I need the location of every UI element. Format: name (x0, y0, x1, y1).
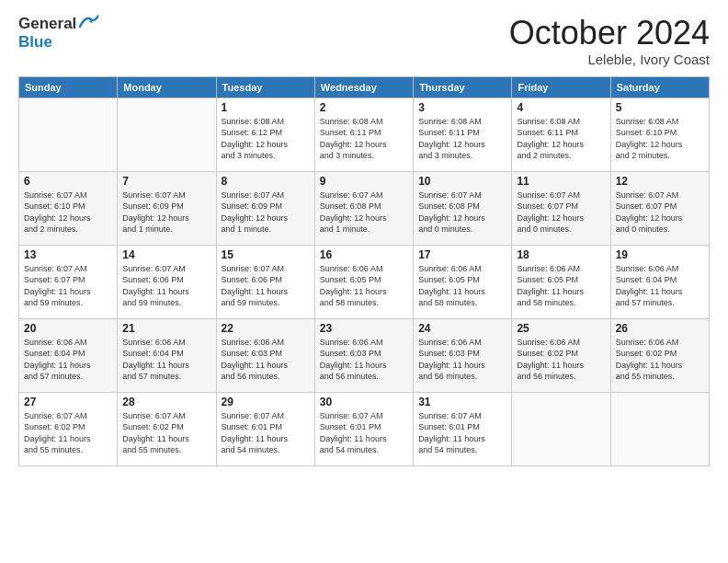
header: General Blue October 2024 Leleble, Ivory… (18, 15, 710, 67)
calendar-cell: 13Sunrise: 6:07 AM Sunset: 6:07 PM Dayli… (19, 245, 118, 318)
day-number: 2 (320, 101, 408, 114)
calendar-cell: 20Sunrise: 6:06 AM Sunset: 6:04 PM Dayli… (19, 318, 118, 392)
logo-general-text: General (18, 15, 76, 33)
day-number: 11 (517, 175, 605, 188)
day-info: Sunrise: 6:08 AM Sunset: 6:11 PM Dayligh… (320, 116, 408, 162)
calendar-cell (19, 98, 118, 171)
day-number: 22 (222, 322, 310, 335)
calendar-header-friday: Friday (512, 76, 610, 98)
day-number: 20 (24, 322, 112, 335)
calendar-cell: 7Sunrise: 6:07 AM Sunset: 6:09 PM Daylig… (118, 171, 216, 245)
calendar-cell: 18Sunrise: 6:06 AM Sunset: 6:05 PM Dayli… (512, 245, 610, 318)
day-number: 5 (616, 101, 704, 114)
day-info: Sunrise: 6:07 AM Sunset: 6:06 PM Dayligh… (222, 263, 310, 309)
day-info: Sunrise: 6:06 AM Sunset: 6:03 PM Dayligh… (222, 337, 310, 383)
day-info: Sunrise: 6:07 AM Sunset: 6:01 PM Dayligh… (320, 410, 408, 456)
calendar-header-thursday: Thursday (414, 76, 512, 98)
calendar-cell: 24Sunrise: 6:06 AM Sunset: 6:03 PM Dayli… (414, 318, 512, 392)
day-info: Sunrise: 6:07 AM Sunset: 6:07 PM Dayligh… (616, 190, 704, 236)
day-number: 29 (222, 396, 310, 408)
calendar-cell: 2Sunrise: 6:08 AM Sunset: 6:11 PM Daylig… (314, 98, 413, 171)
day-number: 25 (517, 322, 605, 335)
day-info: Sunrise: 6:07 AM Sunset: 6:01 PM Dayligh… (222, 410, 310, 456)
day-number: 16 (320, 248, 408, 261)
day-info: Sunrise: 6:06 AM Sunset: 6:05 PM Dayligh… (320, 263, 408, 309)
day-info: Sunrise: 6:07 AM Sunset: 6:09 PM Dayligh… (122, 190, 210, 236)
calendar-week-3: 13Sunrise: 6:07 AM Sunset: 6:07 PM Dayli… (19, 245, 710, 318)
calendar-cell (118, 98, 216, 171)
calendar-cell: 19Sunrise: 6:06 AM Sunset: 6:04 PM Dayli… (610, 245, 709, 318)
calendar-week-5: 27Sunrise: 6:07 AM Sunset: 6:02 PM Dayli… (19, 392, 710, 465)
day-number: 17 (418, 248, 506, 261)
calendar-week-2: 6Sunrise: 6:07 AM Sunset: 6:10 PM Daylig… (19, 171, 710, 245)
day-number: 27 (24, 396, 112, 408)
calendar-cell: 17Sunrise: 6:06 AM Sunset: 6:05 PM Dayli… (414, 245, 512, 318)
calendar-header-row: SundayMondayTuesdayWednesdayThursdayFrid… (19, 76, 710, 98)
calendar-cell: 22Sunrise: 6:06 AM Sunset: 6:03 PM Dayli… (216, 318, 314, 392)
day-number: 31 (418, 396, 506, 408)
calendar-cell: 10Sunrise: 6:07 AM Sunset: 6:08 PM Dayli… (414, 171, 512, 245)
calendar-cell: 23Sunrise: 6:06 AM Sunset: 6:03 PM Dayli… (314, 318, 413, 392)
day-info: Sunrise: 6:06 AM Sunset: 6:04 PM Dayligh… (122, 337, 210, 383)
day-info: Sunrise: 6:08 AM Sunset: 6:10 PM Dayligh… (616, 116, 704, 162)
calendar-cell: 1Sunrise: 6:08 AM Sunset: 6:12 PM Daylig… (216, 98, 314, 171)
day-number: 26 (616, 322, 704, 335)
day-number: 4 (517, 101, 605, 114)
calendar-cell: 12Sunrise: 6:07 AM Sunset: 6:07 PM Dayli… (610, 171, 709, 245)
day-number: 12 (616, 175, 704, 188)
calendar-table: SundayMondayTuesdayWednesdayThursdayFrid… (18, 76, 710, 466)
calendar-header-tuesday: Tuesday (216, 76, 314, 98)
day-number: 28 (122, 396, 210, 408)
month-title: October 2024 (509, 15, 710, 52)
day-info: Sunrise: 6:07 AM Sunset: 6:10 PM Dayligh… (24, 190, 112, 236)
calendar-header-saturday: Saturday (610, 76, 709, 98)
calendar-cell: 6Sunrise: 6:07 AM Sunset: 6:10 PM Daylig… (19, 171, 118, 245)
day-number: 14 (122, 248, 210, 261)
day-number: 18 (517, 248, 605, 261)
calendar-cell: 27Sunrise: 6:07 AM Sunset: 6:02 PM Dayli… (19, 392, 118, 465)
calendar-cell (512, 392, 610, 465)
day-info: Sunrise: 6:06 AM Sunset: 6:03 PM Dayligh… (320, 337, 408, 383)
location-subtitle: Leleble, Ivory Coast (509, 52, 710, 67)
day-number: 15 (222, 248, 310, 261)
day-info: Sunrise: 6:07 AM Sunset: 6:02 PM Dayligh… (122, 410, 210, 456)
day-number: 13 (24, 248, 112, 261)
day-number: 19 (616, 248, 704, 261)
calendar-cell: 31Sunrise: 6:07 AM Sunset: 6:01 PM Dayli… (414, 392, 512, 465)
day-info: Sunrise: 6:06 AM Sunset: 6:05 PM Dayligh… (418, 263, 506, 309)
calendar-week-1: 1Sunrise: 6:08 AM Sunset: 6:12 PM Daylig… (19, 98, 710, 171)
day-number: 1 (222, 101, 310, 114)
day-number: 30 (320, 396, 408, 408)
calendar-header-wednesday: Wednesday (314, 76, 413, 98)
calendar-cell: 14Sunrise: 6:07 AM Sunset: 6:06 PM Dayli… (118, 245, 216, 318)
day-info: Sunrise: 6:06 AM Sunset: 6:04 PM Dayligh… (24, 337, 112, 383)
day-number: 21 (122, 322, 210, 335)
logo-bird-icon (78, 14, 98, 30)
day-info: Sunrise: 6:07 AM Sunset: 6:08 PM Dayligh… (418, 190, 506, 236)
day-info: Sunrise: 6:07 AM Sunset: 6:06 PM Dayligh… (122, 263, 210, 309)
page: General Blue October 2024 Leleble, Ivory… (0, 0, 728, 563)
calendar-cell: 26Sunrise: 6:06 AM Sunset: 6:02 PM Dayli… (610, 318, 709, 392)
day-number: 9 (320, 175, 408, 188)
calendar-cell: 16Sunrise: 6:06 AM Sunset: 6:05 PM Dayli… (314, 245, 413, 318)
calendar-cell: 15Sunrise: 6:07 AM Sunset: 6:06 PM Dayli… (216, 245, 314, 318)
day-number: 7 (122, 175, 210, 188)
day-number: 24 (418, 322, 506, 335)
day-info: Sunrise: 6:06 AM Sunset: 6:04 PM Dayligh… (616, 263, 704, 309)
title-area: October 2024 Leleble, Ivory Coast (509, 15, 710, 67)
day-info: Sunrise: 6:07 AM Sunset: 6:02 PM Dayligh… (24, 410, 112, 456)
calendar-cell: 3Sunrise: 6:08 AM Sunset: 6:11 PM Daylig… (414, 98, 512, 171)
day-info: Sunrise: 6:08 AM Sunset: 6:11 PM Dayligh… (517, 116, 605, 162)
calendar-cell: 25Sunrise: 6:06 AM Sunset: 6:02 PM Dayli… (512, 318, 610, 392)
calendar-header-sunday: Sunday (19, 76, 118, 98)
calendar-cell: 28Sunrise: 6:07 AM Sunset: 6:02 PM Dayli… (118, 392, 216, 465)
day-info: Sunrise: 6:06 AM Sunset: 6:05 PM Dayligh… (517, 263, 605, 309)
day-info: Sunrise: 6:08 AM Sunset: 6:12 PM Dayligh… (222, 116, 310, 162)
day-info: Sunrise: 6:06 AM Sunset: 6:02 PM Dayligh… (616, 337, 704, 383)
logo: General Blue (18, 15, 98, 52)
calendar-week-4: 20Sunrise: 6:06 AM Sunset: 6:04 PM Dayli… (19, 318, 710, 392)
day-number: 6 (24, 175, 112, 188)
day-info: Sunrise: 6:07 AM Sunset: 6:09 PM Dayligh… (222, 190, 310, 236)
day-info: Sunrise: 6:07 AM Sunset: 6:07 PM Dayligh… (24, 263, 112, 309)
calendar-cell: 9Sunrise: 6:07 AM Sunset: 6:08 PM Daylig… (314, 171, 413, 245)
